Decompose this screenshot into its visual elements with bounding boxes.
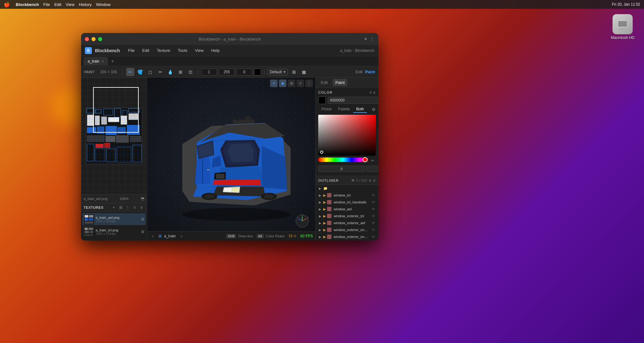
toolbar-eyedrop-btn[interactable]: 💧 xyxy=(166,68,175,76)
color-tab-picker[interactable]: Picker xyxy=(318,106,335,113)
texture-item-1[interactable]: a_train_tcl.png 1344 x 1344px ⊞ xyxy=(82,226,146,238)
vp-nav-prev[interactable]: ‹ xyxy=(150,234,156,239)
expand-2[interactable]: ▶ xyxy=(318,207,322,211)
toolbar-flip-btn[interactable]: ⊡ xyxy=(186,68,195,76)
menubar-history[interactable]: History xyxy=(79,2,92,7)
toolbar-layout-btn[interactable]: ▦ xyxy=(300,68,308,76)
outliner-item-0[interactable]: ▶ ▶ window_tcl 👁 xyxy=(316,192,378,199)
visibility-0[interactable]: 👁 xyxy=(371,193,376,198)
tab-add-button[interactable]: + xyxy=(109,58,116,64)
menu-help[interactable]: Help xyxy=(208,47,223,54)
mode-edit-btn[interactable]: Edit xyxy=(356,69,363,74)
outliner-item-7[interactable]: ▶ ▶ side_panel_tcl 👁 xyxy=(316,240,378,241)
menu-tools[interactable]: Tools xyxy=(175,47,190,54)
desktop-icon-macintosh-hd[interactable]: Macintosh HD xyxy=(611,14,635,40)
texture-info-export-icon[interactable]: ⬒ xyxy=(141,196,144,201)
visibility-2[interactable]: 👁 xyxy=(371,207,376,212)
menu-texture[interactable]: Texture xyxy=(154,47,174,54)
rgb-r-input[interactable] xyxy=(318,166,365,172)
color-collapse-icon[interactable]: ∨ xyxy=(373,90,376,95)
titlebar-star-icon[interactable]: ✦ xyxy=(364,36,368,41)
apple-menu[interactable]: 🍎 xyxy=(4,2,10,8)
expand-5[interactable]: ▶ xyxy=(318,228,322,232)
visibility-4[interactable]: 👁 xyxy=(371,220,376,225)
outliner-collapse-icon[interactable]: ∨ xyxy=(373,178,376,183)
vp-icon-more[interactable]: ⋮ xyxy=(305,80,313,87)
expand-4[interactable]: ▶ xyxy=(318,221,322,225)
outliner-icon-grid[interactable]: ⊞ xyxy=(352,178,354,182)
outliner-expand-icon[interactable]: ▶ xyxy=(318,186,322,190)
toolbar-input-3[interactable] xyxy=(236,69,252,75)
outliner-item-1[interactable]: ▶ ▶ window_tcl_handrails 👁 xyxy=(316,199,378,206)
expand-0[interactable]: ▶ xyxy=(318,193,322,197)
color-picker-area[interactable] xyxy=(318,115,376,156)
menubar-edit[interactable]: Edit xyxy=(54,2,61,7)
outliner-group-item[interactable]: ▶ 📁 xyxy=(316,185,378,192)
toolbar-fill-btn[interactable]: 🪣 xyxy=(136,68,144,76)
uv-canvas-area[interactable] xyxy=(81,78,147,194)
color-preview-swatch[interactable] xyxy=(318,97,326,104)
hue-slider[interactable] xyxy=(318,158,368,162)
color-tab-palette[interactable]: Palette xyxy=(335,106,353,113)
eyedropper-icon[interactable]: ✏ xyxy=(369,158,376,164)
mode-paint-btn[interactable]: Paint xyxy=(365,69,375,74)
menu-file[interactable]: File xyxy=(125,47,138,54)
menubar-file[interactable]: File xyxy=(43,2,50,7)
visibility-3[interactable]: 👁 xyxy=(371,213,376,219)
outliner-menu-icon[interactable]: ≡ xyxy=(369,178,371,183)
outliner-item-3[interactable]: ▶ ▶ window_exterior_tcl 👁 xyxy=(316,213,378,219)
toolbar-erase-btn[interactable]: ◻ xyxy=(146,68,154,76)
expand-3[interactable]: ▶ xyxy=(318,214,322,218)
window-minimize-button[interactable] xyxy=(92,37,96,41)
toolbar-pencil-btn[interactable]: ✏ xyxy=(126,68,134,76)
color-tab-both[interactable]: Both xyxy=(353,106,367,113)
expand-1[interactable]: ▶ xyxy=(318,200,322,204)
viewport[interactable]: ☀ ◉ ⊞ ≡ ⋮ X Z Y xyxy=(147,78,315,241)
toolbar-default-dropdown[interactable]: Default ▼ xyxy=(268,69,288,75)
vp-icon-grid[interactable]: ⊞ xyxy=(288,80,295,87)
menu-view[interactable]: View xyxy=(192,47,207,54)
window-close-button[interactable] xyxy=(85,37,89,41)
menubar-view[interactable]: View xyxy=(66,2,75,7)
menubar-app-name[interactable]: Blockbench xyxy=(16,2,39,7)
visibility-1[interactable]: 👁 xyxy=(371,200,376,205)
textures-add-icon[interactable]: + xyxy=(111,205,117,210)
toolbar-copy-btn[interactable]: ⊞ xyxy=(176,68,185,76)
outliner-item-4[interactable]: ▶ ▶ window_exterior_ael 👁 xyxy=(316,219,378,226)
tab-close-button[interactable]: × xyxy=(102,59,104,63)
rgb-g-input[interactable] xyxy=(366,166,378,172)
vp-icon-layers[interactable]: ≡ xyxy=(297,80,304,87)
expand-6[interactable]: ▶ xyxy=(318,235,322,239)
toolbar-grid-btn[interactable]: ⊞ xyxy=(290,68,298,76)
color-hex-input[interactable] xyxy=(328,97,378,104)
rp-tab-paint[interactable]: Paint xyxy=(333,79,347,86)
vp-nav-next[interactable]: › xyxy=(178,234,185,239)
window-maximize-button[interactable] xyxy=(98,37,102,41)
menu-edit[interactable]: Edit xyxy=(139,47,152,54)
toolbar-input-2[interactable] xyxy=(219,69,235,75)
vp-tab-icon[interactable]: ⊞ xyxy=(158,234,162,238)
vp-icon-globe[interactable]: ◉ xyxy=(279,80,286,87)
tab-a-train[interactable]: a_train × xyxy=(84,57,108,65)
textures-expand-icon[interactable]: ≡ xyxy=(132,205,137,210)
color-menu-icon[interactable]: ≡ xyxy=(369,90,372,95)
visibility-6[interactable]: 👁 xyxy=(371,234,376,239)
toolbar-input-1[interactable] xyxy=(201,69,217,75)
visibility-5[interactable]: 👁 xyxy=(371,227,376,232)
toolbar-color-swatch[interactable] xyxy=(254,69,261,75)
outliner-item-2[interactable]: ▶ ▶ window_ael 👁 xyxy=(316,206,378,213)
color-settings-icon[interactable]: ⚙ xyxy=(372,107,376,112)
textures-collapse-icon[interactable]: ∨ xyxy=(139,205,144,210)
outliner-item-5[interactable]: ▶ ▶ window_exterior_end_tcl 👁 xyxy=(316,226,378,233)
vp-icon-sun[interactable]: ☀ xyxy=(270,80,278,87)
rp-tab-edit[interactable]: Edit xyxy=(318,79,330,86)
texture-item-0[interactable]: a_train_ael.png 1344 x 1344px ⊞ xyxy=(82,213,146,225)
titlebar-menu-icon[interactable]: ⋮ xyxy=(370,36,375,41)
toolbar-select-btn[interactable]: ✂ xyxy=(156,68,164,76)
outliner-item-6[interactable]: ▶ ▶ window_exterior_end_ael 👁 xyxy=(316,233,378,240)
textures-folder-icon[interactable]: ⊞ xyxy=(118,205,124,210)
textures-more-icon[interactable]: ⋮ xyxy=(125,205,130,210)
texture-action-1[interactable]: ⊞ xyxy=(141,230,144,234)
menubar-window[interactable]: Window xyxy=(96,2,110,7)
texture-action-0[interactable]: ⊞ xyxy=(141,217,144,221)
